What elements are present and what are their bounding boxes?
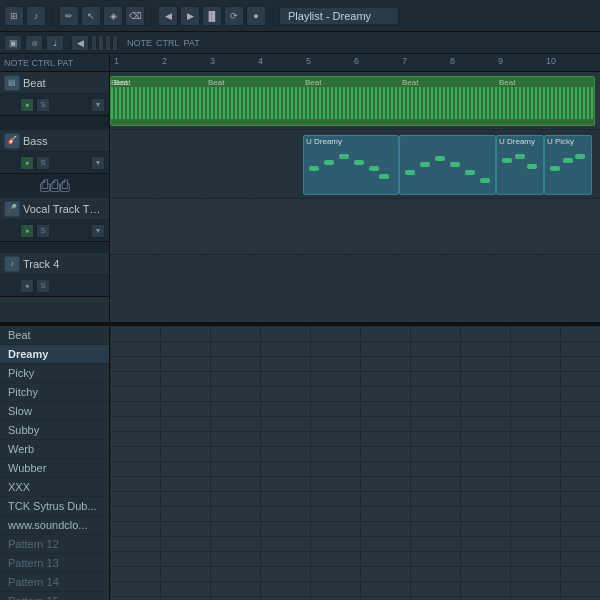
beat-menu-btn[interactable]: ▼ [91, 98, 105, 112]
note [379, 174, 389, 179]
piano-icon[interactable]: ♪ [26, 6, 46, 26]
beat-track-pattern[interactable]: Beat Beat Beat Beat Beat Beat [110, 76, 595, 126]
ruler-mark-10: 10 [546, 56, 556, 66]
lower-grid-h-13 [110, 521, 600, 522]
grid-icon[interactable]: ⊞ [4, 6, 24, 26]
pattern-list-item-2[interactable]: Picky [0, 364, 109, 383]
bass-menu-btn[interactable]: ▼ [91, 156, 105, 170]
vocal-track-row [110, 200, 600, 255]
bass-dreamy-1-label: U Dreamy [304, 136, 398, 147]
beat-lbl-3: Beat [305, 78, 321, 87]
mute-bass-btn[interactable]: ● [20, 156, 34, 170]
bass-dreamy-3[interactable]: U Dreamy [496, 135, 544, 195]
lower-grid-h-5 [110, 401, 600, 402]
pattern-list-item-13[interactable]: Pattern 14 [0, 573, 109, 592]
lower-grid-h-17 [110, 581, 600, 582]
lower-grid-h-1 [110, 341, 600, 342]
pattern-list-item-5[interactable]: Subby [0, 421, 109, 440]
vocal-track-icon: 🎤 [4, 201, 20, 217]
pattern-list-item-9[interactable]: TCK Sytrus Dub... [0, 497, 109, 516]
lower-grid-h-6 [110, 416, 600, 417]
record-icon[interactable]: ● [246, 6, 266, 26]
pattern-list-item-1[interactable]: Dreamy [0, 345, 109, 364]
bass-dreamy-2[interactable] [399, 135, 496, 195]
ruler-mark-1: 1 [114, 56, 119, 66]
lower-timeline-area[interactable] [110, 326, 600, 600]
pattern-list: BeatDreamyPickyPitchySlowSubbyWerbWubber… [0, 326, 110, 600]
mute-vocal-btn[interactable]: ● [20, 224, 34, 238]
pattern-list-item-4[interactable]: Slow [0, 402, 109, 421]
solo-beat-btn[interactable]: S [36, 98, 50, 112]
note [502, 158, 512, 163]
pattern-list-item-12[interactable]: Pattern 13 [0, 554, 109, 573]
tracks-content[interactable]: Beat Beat Beat Beat Beat Beat U Dreamy [110, 72, 600, 322]
beat-lbl-5: Beat [499, 78, 515, 87]
mute-track4-btn[interactable]: ● [20, 279, 34, 293]
beat-track-mini [0, 116, 109, 130]
note [309, 166, 319, 171]
track4-controls: ● S [0, 275, 109, 297]
solo-vocal-btn[interactable]: S [36, 224, 50, 238]
lower-grid-v-0 [110, 326, 111, 600]
bass-dreamy-1[interactable]: U Dreamy [303, 135, 399, 195]
lower-grid-h-18 [110, 596, 600, 597]
lower-grid-h-12 [110, 506, 600, 507]
pattern-list-item-10[interactable]: www.soundclo... [0, 516, 109, 535]
ruler-mark-8: 8 [450, 56, 455, 66]
measure-tick [98, 35, 104, 51]
ruler-mark-3: 3 [210, 56, 215, 66]
ruler-mark-7: 7 [402, 56, 407, 66]
lower-grid-v-1 [160, 326, 161, 600]
lower-grid-h-7 [110, 431, 600, 432]
track4-row [110, 256, 600, 322]
bass-track-controls: ● S ▼ [0, 152, 109, 174]
vocal-mini [0, 242, 109, 253]
measure-tick [105, 35, 111, 51]
note [550, 166, 560, 171]
solo-track4-btn[interactable]: S [36, 279, 50, 293]
lower-grid-h-9 [110, 461, 600, 462]
pattern-list-item-11[interactable]: Pattern 12 [0, 535, 109, 554]
toolbar-left-icons: ⊞ ♪ [4, 6, 46, 26]
lower-grid-v-8 [510, 326, 511, 600]
cursor-icon[interactable]: ↖ [81, 6, 101, 26]
mute-beat-btn[interactable]: ● [20, 98, 34, 112]
beat-lbl-2: Beat [208, 78, 224, 87]
note [339, 154, 349, 159]
paint-icon[interactable]: ◈ [103, 6, 123, 26]
sub-icon-3[interactable]: ♩ [46, 35, 64, 51]
pattern-list-item-8[interactable]: XXX [0, 478, 109, 497]
lower-grid-v-4 [310, 326, 311, 600]
ruler-mark-2: 2 [162, 56, 167, 66]
note-label: NOTE [127, 38, 152, 48]
lower-grid-h-8 [110, 446, 600, 447]
lower-grid-v-9 [560, 326, 561, 600]
vocal-track-controls: ● S ▼ [0, 220, 109, 242]
erase-icon[interactable]: ⌫ [125, 6, 145, 26]
pattern-list-item-7[interactable]: Wubber [0, 459, 109, 478]
separator-3 [272, 6, 273, 26]
keyboard-icon: ⎙⎙⎙ [40, 177, 70, 195]
loop-icon[interactable]: ⟳ [224, 6, 244, 26]
sub-nav-left[interactable]: ◀ [71, 35, 89, 51]
measure-tick [112, 35, 118, 51]
ruler: 1 2 3 4 5 6 7 8 9 10 [110, 54, 600, 72]
note [405, 170, 415, 175]
lower-grid-h-16 [110, 566, 600, 567]
play-icon[interactable]: ▐▌ [202, 6, 222, 26]
sub-icon-2[interactable]: ⌾ [25, 35, 43, 51]
bass-picky[interactable]: U Picky [544, 135, 592, 195]
note [575, 154, 585, 159]
pattern-list-item-6[interactable]: Werb [0, 440, 109, 459]
sub-icon-1[interactable]: ▣ [4, 35, 22, 51]
pattern-list-item-3[interactable]: Pitchy [0, 383, 109, 402]
pattern-list-item-0[interactable]: Beat [0, 326, 109, 345]
vocal-menu-btn[interactable]: ▼ [91, 224, 105, 238]
nav-next-icon[interactable]: ▶ [180, 6, 200, 26]
pencil-icon[interactable]: ✏ [59, 6, 79, 26]
solo-bass-btn[interactable]: S [36, 156, 50, 170]
note-snap-text: NOTE CTRL PAT [4, 58, 73, 68]
nav-prev-icon[interactable]: ◀ [158, 6, 178, 26]
pattern-list-item-14[interactable]: Pattern 15 [0, 592, 109, 600]
beat-lbl-4: Beat [402, 78, 418, 87]
